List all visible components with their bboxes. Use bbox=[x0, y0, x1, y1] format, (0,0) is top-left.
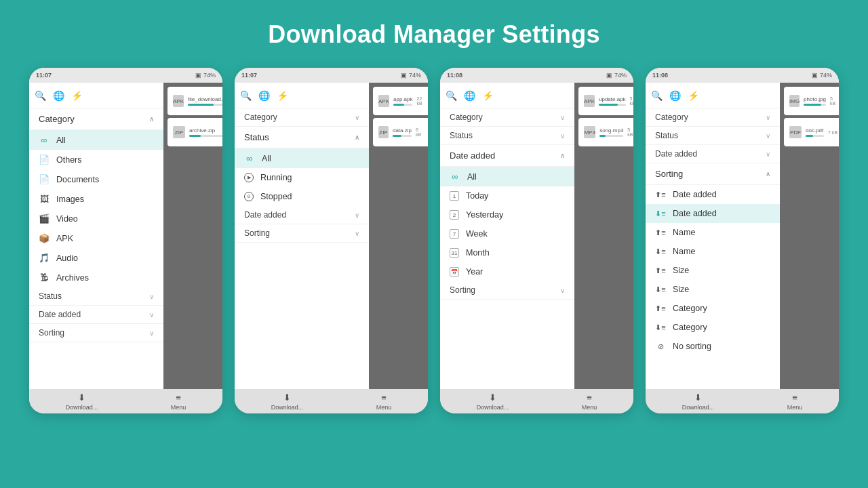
status-label-2: Status bbox=[244, 132, 269, 142]
nav-menu-3[interactable]: ≡ Menu bbox=[582, 392, 597, 411]
nav-download-4[interactable]: ⬇ Download... bbox=[682, 392, 715, 411]
filter-icon-4[interactable]: ⚡ bbox=[688, 90, 699, 101]
dateadded-label-4: Date added bbox=[655, 149, 697, 159]
nav-menu-4[interactable]: ≡ Menu bbox=[787, 392, 803, 411]
category-section-4[interactable]: Category ∨ bbox=[646, 108, 780, 127]
dateadded-section-1[interactable]: Date added ∨ bbox=[29, 306, 163, 324]
status-section-3[interactable]: Status ∨ bbox=[440, 127, 574, 145]
nav-menu-1[interactable]: ≡ Menu bbox=[171, 392, 186, 411]
filter-icon-3[interactable]: ⚡ bbox=[482, 90, 494, 101]
status-all-2[interactable]: ∞ All bbox=[235, 148, 369, 168]
date-month-3[interactable]: 31 Month bbox=[440, 243, 574, 262]
card-size-3-1: 5 kB bbox=[630, 96, 633, 106]
images-icon-1: 🖼 bbox=[39, 194, 50, 204]
all-icon-2: ∞ bbox=[244, 153, 255, 163]
phone-1: 11:07 ▣ 74% 🔍 🌐 ⚡ Category ∧ ∞ All bbox=[29, 68, 222, 413]
card-icon-2-1: APK bbox=[378, 95, 389, 107]
card-text-2-1: app.apk bbox=[393, 96, 412, 106]
nav-download-3[interactable]: ⬇ Download... bbox=[477, 392, 509, 411]
dateadded-chevron-4: ∨ bbox=[766, 150, 770, 158]
category-section-2[interactable]: Category ∨ bbox=[235, 108, 369, 127]
dateadded-section-4[interactable]: Date added ∨ bbox=[646, 145, 780, 163]
status-bar-1: 11:07 ▣ 74% bbox=[29, 68, 222, 83]
cat-images-1[interactable]: 🖼 Images bbox=[29, 189, 163, 209]
date-yesterday-label-3: Yesterday bbox=[466, 210, 503, 220]
nav-download-2[interactable]: ⬇ Download... bbox=[271, 392, 304, 411]
sorting-section-1[interactable]: Sorting ∨ bbox=[29, 324, 163, 342]
battery-icon-3: ▣ 74% bbox=[606, 72, 627, 79]
status-time-4: 11:08 bbox=[652, 72, 668, 79]
cat-others-1[interactable]: 📄 Others bbox=[29, 150, 163, 169]
search-icon-1[interactable]: 🔍 bbox=[35, 90, 46, 101]
cat-all-1[interactable]: ∞ All bbox=[29, 130, 163, 150]
globe-icon-2[interactable]: 🌐 bbox=[258, 90, 270, 101]
cat-docs-1[interactable]: 📄 Documents bbox=[29, 169, 163, 189]
cat-archives-label-1: Archives bbox=[56, 273, 89, 283]
status-running-2[interactable]: ▶ Running bbox=[235, 168, 369, 187]
drawer-toolbar-2: 🔍 🌐 ⚡ bbox=[235, 83, 369, 108]
date-year-3[interactable]: 📅 Year bbox=[440, 262, 574, 281]
globe-icon-1[interactable]: 🌐 bbox=[53, 90, 64, 101]
sort-category-asc-4[interactable]: ⬆≡ Category bbox=[646, 299, 780, 318]
filter-icon-2[interactable]: ⚡ bbox=[277, 90, 288, 101]
date-week-3[interactable]: 7 Week bbox=[440, 224, 574, 243]
search-icon-4[interactable]: 🔍 bbox=[651, 90, 663, 101]
search-icon-2[interactable]: 🔍 bbox=[240, 90, 252, 101]
phones-row: 11:07 ▣ 74% 🔍 🌐 ⚡ Category ∧ ∞ All bbox=[29, 68, 839, 413]
sort-dateadded-asc-4[interactable]: ⬆≡ Date added bbox=[646, 185, 780, 204]
status-time-2: 11:07 bbox=[241, 72, 257, 79]
cat-all-label-1: All bbox=[56, 136, 66, 145]
category-section-3[interactable]: Category ∨ bbox=[440, 108, 574, 127]
sort-size-asc-4[interactable]: ⬆≡ Size bbox=[646, 261, 780, 280]
menu-nav-label-2: Menu bbox=[376, 404, 392, 411]
category-chevron-1: ∧ bbox=[149, 115, 154, 123]
date-all-3[interactable]: ∞ All bbox=[440, 167, 574, 186]
date-year-label-3: Year bbox=[466, 267, 483, 277]
status-all-label-2: All bbox=[262, 154, 271, 163]
status-header-2[interactable]: Status ∧ bbox=[235, 127, 369, 148]
phone-4-content: 🔍 🌐 ⚡ Category ∨ Status ∨ Date added ∨ bbox=[646, 83, 839, 389]
dateadded-chevron-3: ∧ bbox=[560, 152, 565, 159]
filter-icon-1[interactable]: ⚡ bbox=[71, 90, 83, 101]
card-text-1-1: file_download.apk bbox=[188, 96, 222, 106]
status-label-4: Status bbox=[655, 131, 678, 140]
sort-name-asc-label-4: Name bbox=[673, 228, 695, 237]
globe-icon-4[interactable]: 🌐 bbox=[669, 90, 681, 101]
nav-download-1[interactable]: ⬇ Download... bbox=[66, 392, 98, 411]
status-icons-3: ▣ 74% bbox=[606, 72, 627, 79]
date-yesterday-3[interactable]: 2 Yesterday bbox=[440, 205, 574, 224]
phone-4: 11:08 ▣ 74% 🔍 🌐 ⚡ Category ∨ Status ∨ bbox=[646, 68, 839, 413]
date-today-icon-3: 1 bbox=[450, 191, 459, 201]
category-chevron-2: ∨ bbox=[355, 114, 359, 121]
category-label-3: Category bbox=[450, 113, 483, 122]
sort-none-4[interactable]: ⊘ No sorting bbox=[646, 337, 780, 356]
status-stopped-2[interactable]: ⊙ Stopped bbox=[235, 187, 369, 206]
date-today-3[interactable]: 1 Today bbox=[440, 186, 574, 205]
sort-category-desc-4[interactable]: ⬇≡ Category bbox=[646, 318, 780, 337]
search-icon-3[interactable]: 🔍 bbox=[446, 90, 457, 101]
sorting-section-2[interactable]: Sorting ∨ bbox=[235, 224, 369, 243]
globe-icon-3[interactable]: 🌐 bbox=[464, 90, 475, 101]
status-section-4[interactable]: Status ∨ bbox=[646, 127, 780, 145]
cat-video-1[interactable]: 🎬 Video bbox=[29, 209, 163, 228]
status-section-1[interactable]: Status ∨ bbox=[29, 287, 163, 306]
sort-name-asc-4[interactable]: ⬆≡ Name bbox=[646, 223, 780, 242]
dateadded-header-3[interactable]: Date added ∧ bbox=[440, 145, 574, 167]
others-icon-1: 📄 bbox=[39, 155, 50, 165]
sort-size-desc-4[interactable]: ⬇≡ Size bbox=[646, 280, 780, 299]
menu-nav-label-4: Menu bbox=[787, 404, 803, 411]
status-icons-2: ▣ 74% bbox=[401, 72, 421, 79]
phone-2: 11:07 ▣ 74% 🔍 🌐 ⚡ Category ∨ Status ∧ bbox=[235, 68, 428, 413]
category-section-1[interactable]: Category ∧ bbox=[29, 108, 163, 130]
sorting-section-3[interactable]: Sorting ∨ bbox=[440, 281, 574, 300]
cat-audio-1[interactable]: 🎵 Audio bbox=[29, 248, 163, 268]
sort-name-desc-4[interactable]: ⬇≡ Name bbox=[646, 242, 780, 261]
sorting-header-4[interactable]: Sorting ∧ bbox=[646, 163, 780, 185]
dateadded-section-2[interactable]: Date added ∨ bbox=[235, 206, 369, 224]
sort-dateadded-desc-4[interactable]: ⬇≡ Date added bbox=[646, 204, 780, 223]
sort-none-icon-4: ⊘ bbox=[655, 342, 666, 351]
nav-menu-2[interactable]: ≡ Menu bbox=[376, 392, 392, 411]
sort-desc-icon-2-4: ⬇≡ bbox=[655, 247, 666, 256]
cat-archives-1[interactable]: 🗜 Archives bbox=[29, 268, 163, 287]
cat-apk-1[interactable]: 📦 APK bbox=[29, 228, 163, 248]
